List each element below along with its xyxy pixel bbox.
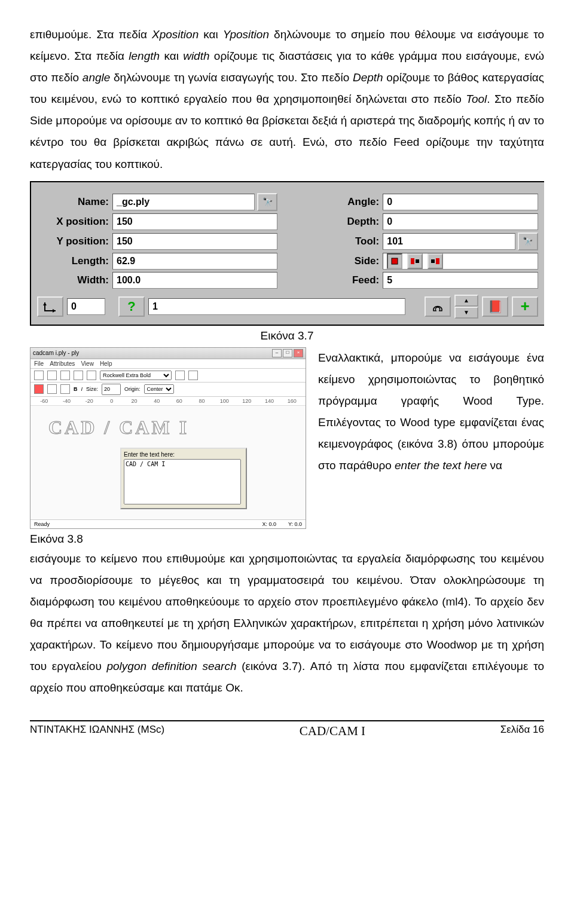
axis-icon <box>42 300 58 313</box>
name-field[interactable]: _gc.ply <box>112 194 255 210</box>
feed-value: 5 <box>387 275 392 286</box>
size-label: Size: <box>86 386 98 392</box>
xposition-field[interactable]: 150 <box>112 213 277 230</box>
text: επιθυμούμε. Στα πεδία <box>30 28 152 41</box>
angle-field[interactable]: 0 <box>383 194 538 210</box>
menu-help[interactable]: Help <box>100 360 112 367</box>
angle-label: Angle: <box>277 196 383 208</box>
align-icon-3[interactable] <box>60 384 70 394</box>
open-icon[interactable] <box>47 371 57 380</box>
term-enter-text: enter the text here <box>395 459 487 472</box>
add-button[interactable]: + <box>512 296 538 317</box>
origin-label: Origin: <box>124 386 141 392</box>
canvas-text: CAD / CAM I <box>48 417 189 439</box>
maximize-icon[interactable]: □ <box>283 349 292 357</box>
figure-caption-37: Εικόνα 3.7 <box>30 329 544 342</box>
bold-button[interactable]: B <box>74 386 78 392</box>
paragraph-intro: επιθυμούμε. Στα πεδία Xposition και Ypos… <box>30 24 544 175</box>
side-option-right[interactable] <box>428 253 443 269</box>
text: Εναλλακτικά, μπορούμε να εισάγουμε ένα κ… <box>318 351 544 472</box>
side-option-left[interactable] <box>407 253 423 269</box>
tool-search-button[interactable]: 🔭 <box>518 232 538 250</box>
align-icon-1[interactable] <box>34 384 44 394</box>
save-icon[interactable] <box>60 371 70 380</box>
italic-button[interactable]: I <box>81 386 83 392</box>
plus-icon: + <box>520 297 529 316</box>
size-input[interactable] <box>102 384 121 395</box>
new-icon[interactable] <box>34 371 44 380</box>
term-angle: angle <box>83 71 111 84</box>
xposition-label: X position: <box>37 216 112 228</box>
tool-label: Tool: <box>277 235 383 247</box>
svg-rect-0 <box>392 258 398 264</box>
svg-rect-3 <box>431 259 435 263</box>
properties-dialog: Name: _gc.ply 🔭 Angle: 0 X position: 150… <box>30 181 544 326</box>
tool-value: 101 <box>387 236 403 247</box>
side-label: Side: <box>277 255 383 267</box>
feed-label: Feed: <box>277 274 383 286</box>
depth-label: Depth: <box>277 216 383 228</box>
footer-mid: CAD/CAM I <box>300 724 365 739</box>
woodtype-screenshot: cadcam i.ply - ply – □ × File Attributes… <box>30 347 306 529</box>
footer-left: ΝΤΙΝΤΑΚΗΣ ΙΩΑΝΝΗΣ (MSc) <box>30 724 164 739</box>
text: δηλώνουμε τη γωνία εισαγωγής του. Στο πε… <box>110 71 353 84</box>
name-search-button[interactable]: 🔭 <box>257 193 277 211</box>
side-option-center[interactable] <box>387 253 402 269</box>
figure-caption-38: Εικόνα 3.8 <box>30 533 306 546</box>
yposition-label: Y position: <box>37 235 112 247</box>
spin-up-button[interactable]: ▲ <box>454 295 478 307</box>
triangle-up-icon: ▲ <box>463 297 469 304</box>
font-select[interactable]: Rockwell Extra Bold <box>100 371 172 380</box>
svg-rect-4 <box>436 258 439 264</box>
menu-file[interactable]: File <box>34 360 44 367</box>
term-width: width <box>183 50 209 62</box>
omega-icon <box>431 300 444 313</box>
print-icon[interactable] <box>74 371 83 380</box>
status-y: Y: 0.0 <box>288 521 302 527</box>
yposition-field[interactable]: 150 <box>112 233 277 250</box>
side-center-icon <box>390 257 399 265</box>
minimize-icon[interactable]: – <box>272 349 282 357</box>
bottom-right-field[interactable]: 1 <box>148 298 405 315</box>
text: να <box>487 459 502 472</box>
term-depth: Depth <box>353 71 383 84</box>
yposition-value: 150 <box>117 236 133 247</box>
enter-text-area[interactable]: CAD / CAM I <box>124 459 241 504</box>
text: εισάγουμε το κείμενο που επιθυμούμε και … <box>30 552 544 672</box>
paragraph-continue: εισάγουμε το κείμενο που επιθυμούμε και … <box>30 548 544 699</box>
help-button[interactable]: ? <box>118 296 145 317</box>
help-icon[interactable] <box>87 371 96 380</box>
svg-rect-1 <box>411 258 414 264</box>
axis-button[interactable] <box>37 296 63 317</box>
tool-field[interactable]: 101 <box>383 233 515 250</box>
align-icon-2[interactable] <box>47 384 57 394</box>
side-left-icon <box>411 257 419 265</box>
term-length: length <box>129 50 160 62</box>
angle-value: 0 <box>387 197 392 207</box>
spinner: ▲ ▼ <box>454 295 478 319</box>
svg-rect-2 <box>416 259 419 263</box>
close-icon[interactable]: × <box>294 349 303 357</box>
page-footer: ΝΤΙΝΤΑΚΗΣ ΙΩΑΝΝΗΣ (MSc) CAD/CAM I Σελίδα… <box>30 724 544 739</box>
tool-icon-a[interactable] <box>175 371 185 380</box>
width-field[interactable]: 100.0 <box>112 272 277 289</box>
status-ready: Ready <box>34 521 50 527</box>
bottom-left-field[interactable]: 0 <box>67 298 105 315</box>
bottom-left-value: 0 <box>71 301 77 312</box>
feed-field[interactable]: 5 <box>383 272 538 289</box>
length-field[interactable]: 62.9 <box>112 253 277 270</box>
spin-down-button[interactable]: ▼ <box>454 307 478 319</box>
profile-button[interactable] <box>425 296 451 317</box>
tool-icon-b[interactable] <box>188 371 198 380</box>
enter-text-header: Enter the text here: <box>124 451 243 458</box>
menu-view[interactable]: View <box>81 360 94 367</box>
text: και <box>160 50 183 62</box>
origin-select[interactable]: Center <box>144 384 174 394</box>
depth-field[interactable]: 0 <box>383 213 538 230</box>
footer-rule <box>30 720 544 721</box>
menu-attributes[interactable]: Attributes <box>50 360 75 367</box>
book-button[interactable]: 📕 <box>482 296 508 317</box>
window-controls: – □ × <box>272 349 303 357</box>
side-field[interactable] <box>383 253 538 270</box>
binoculars-icon: 🔭 <box>523 237 533 246</box>
